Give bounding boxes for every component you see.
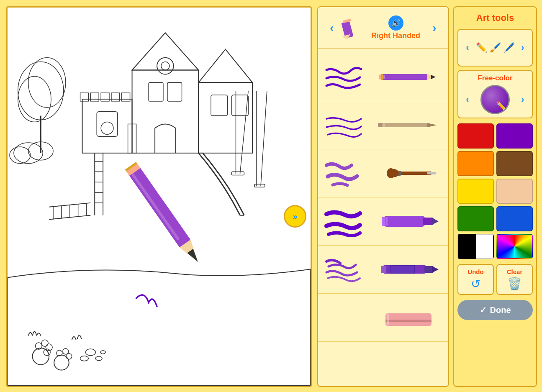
sound-button[interactable]: 🔊 xyxy=(388,15,403,31)
crayon-tool-image xyxy=(364,253,442,286)
svg-marker-73 xyxy=(431,75,436,79)
svg-rect-95 xyxy=(381,266,384,273)
svg-rect-87 xyxy=(383,216,425,227)
color-palette xyxy=(457,123,533,259)
coloring-scene xyxy=(8,8,311,386)
marker-thick-stroke-preview xyxy=(324,205,364,238)
undo-icon: ↺ xyxy=(471,277,480,291)
eraser-stroke-preview xyxy=(324,301,364,334)
undo-label: Undo xyxy=(468,268,483,275)
hand-mode-text: Right Handed xyxy=(371,31,420,41)
clear-label: Clear xyxy=(507,268,523,275)
svg-rect-96 xyxy=(384,266,386,273)
svg-rect-79 xyxy=(378,123,382,127)
pencil-tool-image xyxy=(364,60,442,94)
color-swatch-yellow[interactable] xyxy=(457,179,494,204)
panel-next-arrow[interactable]: › xyxy=(427,20,442,36)
svg-rect-77 xyxy=(379,123,427,127)
svg-marker-78 xyxy=(427,123,437,127)
trash-icon: 🗑️ xyxy=(507,277,522,291)
svg-rect-101 xyxy=(387,314,389,325)
panel-header: ‹ 🔊 Right Handed › xyxy=(318,7,448,49)
undo-button[interactable]: Undo ↺ xyxy=(457,264,494,295)
free-color-section: Free-color ‹ › xyxy=(457,70,533,118)
pencil-stroke-preview xyxy=(324,60,364,94)
brush-selector: ‹ ✏️ 🖌️ 🖊️ › xyxy=(457,29,533,67)
crayon-stroke-preview xyxy=(324,253,364,286)
color-swatch-brown[interactable] xyxy=(496,151,533,176)
marker-brush-icon: 🖊️ xyxy=(503,42,515,53)
svg-rect-80 xyxy=(383,123,385,127)
svg-rect-91 xyxy=(385,217,388,226)
pencil-brush-icon: ✏️ xyxy=(476,42,487,53)
brush-next-button[interactable]: › xyxy=(517,42,529,54)
tool-eraser[interactable] xyxy=(318,294,448,342)
paint-brush-icon: 🖌️ xyxy=(490,42,501,53)
color-swatch-black-white[interactable] xyxy=(457,234,494,259)
done-button[interactable]: ✓ Done xyxy=(457,300,533,320)
tool-paintbrush[interactable] xyxy=(318,149,448,197)
svg-rect-90 xyxy=(382,217,385,226)
color-swatch-purple[interactable] xyxy=(496,123,533,149)
done-label: Done xyxy=(490,305,511,315)
svg-point-84 xyxy=(387,168,395,178)
color-swatch-green[interactable] xyxy=(457,206,494,231)
tools-list xyxy=(318,49,448,346)
clear-button[interactable]: Clear 🗑️ xyxy=(496,264,533,295)
svg-rect-71 xyxy=(381,74,427,80)
tool-colored-pencil[interactable] xyxy=(318,53,448,101)
tool-thick-marker[interactable] xyxy=(318,197,448,246)
color-swatch-red[interactable] xyxy=(457,123,494,149)
art-tools-sidebar: Art tools ‹ ✏️ 🖌️ 🖊️ › Free-color ‹ › xyxy=(453,6,537,387)
canvas-content xyxy=(8,8,311,386)
tool-crayon[interactable] xyxy=(318,246,448,294)
free-color-next-button[interactable]: › xyxy=(517,94,529,105)
svg-rect-85 xyxy=(427,172,436,174)
expand-button[interactable]: » xyxy=(284,205,306,228)
art-tools-title: Art tools xyxy=(457,10,533,26)
drawing-canvas[interactable] xyxy=(6,6,312,387)
svg-rect-75 xyxy=(381,74,383,80)
color-swatch-rainbow[interactable] xyxy=(496,234,533,259)
brush-icons: ✏️ 🖌️ 🖊️ xyxy=(476,42,515,53)
eraser-tool-image xyxy=(364,301,442,334)
tool-thin-marker[interactable] xyxy=(318,101,448,149)
color-swatch-skin[interactable] xyxy=(496,179,533,204)
svg-marker-89 xyxy=(432,218,439,225)
color-swatch-blue[interactable] xyxy=(496,206,533,231)
paintbrush-tool-image xyxy=(364,156,442,190)
svg-rect-86 xyxy=(383,172,385,174)
svg-rect-100 xyxy=(385,320,432,322)
free-color-title: Free-color xyxy=(462,74,529,82)
done-checkmark: ✓ xyxy=(480,305,487,315)
paintbrush-stroke-preview xyxy=(324,156,364,190)
marker-thin-tool-image xyxy=(364,108,442,142)
svg-rect-76 xyxy=(383,75,385,79)
svg-rect-0 xyxy=(8,8,311,386)
free-color-ball[interactable] xyxy=(480,85,510,114)
panel-prev-arrow[interactable]: ‹ xyxy=(324,20,339,36)
tools-panel: ‹ 🔊 Right Handed › xyxy=(317,6,449,387)
pencil-header-icon xyxy=(339,15,365,41)
svg-rect-98 xyxy=(390,266,414,273)
hand-mode-container: 🔊 Right Handed xyxy=(365,15,427,41)
svg-rect-81 xyxy=(398,172,432,175)
svg-marker-94 xyxy=(432,266,439,273)
marker-thin-stroke-preview xyxy=(324,108,364,142)
expand-icon: » xyxy=(293,212,297,221)
marker-thick-tool-image xyxy=(364,205,442,238)
action-buttons: Undo ↺ Clear 🗑️ xyxy=(457,264,533,295)
brush-prev-button[interactable]: ‹ xyxy=(462,42,473,54)
free-color-selector: ‹ › xyxy=(462,85,529,114)
free-color-prev-button[interactable]: ‹ xyxy=(462,94,473,105)
color-swatch-orange[interactable] xyxy=(457,151,494,176)
